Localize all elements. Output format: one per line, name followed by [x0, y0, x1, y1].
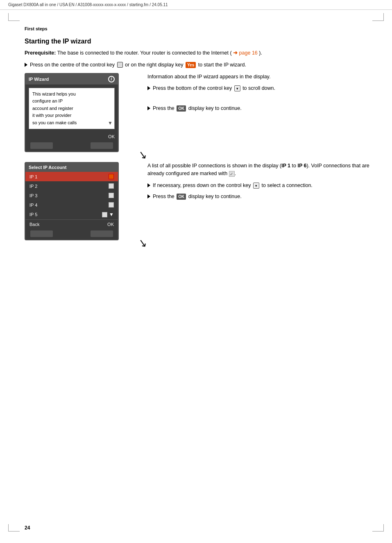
- phone-title-bar-1: IP Wizard i: [25, 74, 118, 84]
- device-desc-row-2: Select IP Account IP 1 IP 2: [25, 162, 380, 240]
- ip-list-scroll: IP 1 IP 2 IP 3: [25, 172, 118, 219]
- prerequisite-line: Prerequisite: The base is connected to t…: [25, 49, 380, 57]
- margin-dash-left-bottom: [8, 531, 20, 532]
- ip-wizard-line-5: so you can make calls: [32, 119, 111, 127]
- ip1-bold: IP 1: [281, 163, 290, 169]
- ip-checkbox-3: [109, 193, 114, 198]
- sidebar-version: Version 4, 16.09.2005: [0, 21, 9, 543]
- cursor-arrow-1: ↙: [137, 148, 148, 162]
- device-mockup-2: Select IP Account IP 1 IP 2: [25, 162, 135, 240]
- desc3-bullet1-text: If necessary, press down on the control …: [153, 182, 313, 189]
- ip-wizard-line-1: This wizard helps you: [32, 91, 111, 98]
- ip-item-1: IP 1: [25, 172, 118, 181]
- checkmark-icon: [229, 171, 235, 177]
- desc3-bullet1: If necessary, press down on the control …: [147, 182, 380, 189]
- ip-item-label-3: IP 3: [29, 193, 37, 198]
- desc2-section: Press the OK display key to continue.: [147, 105, 380, 112]
- desc1-bullet: Press the bottom of the control key to s…: [147, 84, 380, 92]
- margin-dash-left: [8, 21, 20, 21]
- bullet-arrow-1: [25, 63, 27, 67]
- ip-wizard-line-3: account and register: [32, 105, 111, 112]
- desc2-bullet-text: Press the OK display key to continue.: [153, 105, 242, 112]
- ip-item-2: IP 2: [25, 181, 118, 191]
- desc2-bullet-arrow: [147, 106, 150, 110]
- select-ip-bottom: Back OK: [25, 219, 118, 229]
- margin-mark-right: [383, 13, 384, 21]
- bullet1-text: Press on the centre of the control key o…: [30, 61, 246, 69]
- page-header: Gigaset DX800A all in one / USA EN / A31…: [0, 0, 392, 10]
- desc3-bullet2-arrow: [147, 194, 150, 198]
- select-ip-screen: Select IP Account IP 1 IP 2: [25, 162, 119, 240]
- desc1-bullet-arrow: [147, 86, 150, 90]
- ip-wizard-line-4: it with your provider: [32, 112, 111, 119]
- back-label: Back: [29, 222, 39, 227]
- ok-label-1: OK: [108, 134, 115, 139]
- margin-mark-left-bottom: [8, 524, 9, 532]
- desc1-bullet-text: Press the bottom of the control key to s…: [153, 84, 275, 92]
- margin-mark-left: [8, 13, 9, 21]
- desc2-bullet: Press the OK display key to continue.: [147, 105, 380, 112]
- info-icon: i: [108, 76, 115, 82]
- device-desc-row-1: IP Wizard i This wizard helps you config…: [25, 73, 380, 153]
- desc3-bullets: If necessary, press down on the control …: [147, 182, 380, 201]
- device-mockup-1: IP Wizard i This wizard helps you config…: [25, 73, 135, 153]
- scroll-down-arrow: ▼: [108, 119, 113, 127]
- bullet-row-1: Press on the centre of the control key o…: [25, 61, 380, 69]
- page-link[interactable]: page 16: [239, 50, 258, 56]
- ip-wizard-line-2: configure an IP: [32, 98, 111, 105]
- phone-screen-1: IP Wizard i This wizard helps you config…: [25, 73, 119, 153]
- phone-content-1: This wizard helps you configure an IP ac…: [25, 84, 118, 133]
- ip-list-items: IP 1 IP 2 IP 3: [25, 172, 118, 219]
- soft-btn-left-1: [30, 142, 53, 149]
- ip-checkbox-5: [102, 212, 107, 217]
- desc3-text: A list of all possible IP connections is…: [147, 162, 380, 178]
- ip-item-label-5: IP 5: [29, 212, 37, 217]
- ctrl-key-down-icon-2: [253, 183, 259, 189]
- list-scroll-arrow: ▼: [109, 212, 114, 217]
- ip-item-5: IP 5 ▼: [25, 210, 118, 219]
- prerequisite-text: The base is connected to the router. You…: [57, 50, 232, 56]
- cursor-arrow-2: ↙: [137, 236, 148, 250]
- header-text: Gigaset DX800A all in one / USA EN / A31…: [8, 2, 168, 7]
- desc-area-1: Information about the IP wizard appears …: [147, 73, 380, 116]
- center-key-icon: [117, 62, 123, 68]
- phone-ok-bar-1: OK: [25, 132, 118, 141]
- phone-buttons-bar-1: [25, 141, 118, 151]
- ip-ok-label: OK: [107, 222, 114, 227]
- section-heading: First steps: [25, 26, 380, 31]
- soft-btn-left-2: [30, 230, 53, 237]
- ip-item-label-4: IP 4: [29, 203, 37, 208]
- ip-item-label-1: IP 1: [29, 174, 37, 179]
- soft-btn-right-2: [91, 230, 113, 237]
- prerequisite-label: Prerequisite:: [25, 50, 56, 56]
- soft-btn-right-1: [91, 142, 113, 149]
- ip-item-3: IP 3: [25, 191, 118, 200]
- ok-badge-2: OK: [177, 194, 186, 200]
- desc3-bullet2: Press the OK display key to continue.: [147, 193, 380, 201]
- desc1-text: Information about the IP wizard appears …: [147, 73, 380, 81]
- margin-dash-right: [372, 21, 384, 21]
- ip-checkbox-2: [109, 183, 114, 189]
- select-ip-btns: [25, 229, 118, 240]
- phone-text-box-1: This wizard helps you configure an IP ac…: [29, 88, 115, 130]
- desc-area-2: A list of all possible IP connections is…: [147, 162, 380, 203]
- desc3-bullet2-text: Press the OK display key to continue.: [153, 193, 242, 201]
- phone-title-1: IP Wizard: [29, 77, 49, 82]
- prerequisite-end: ).: [259, 50, 262, 56]
- desc3-bullet1-arrow: [147, 183, 150, 187]
- ip-checkbox-4: [109, 202, 114, 208]
- main-content: First steps Starting the IP wizard Prere…: [25, 10, 380, 240]
- yes-badge: Yes: [186, 62, 196, 68]
- margin-mark-right-bottom: [383, 524, 384, 532]
- ip-item-4: IP 4: [25, 200, 118, 210]
- ip-checkbox-1: [109, 174, 114, 179]
- ip-list: IP 1 IP 2 IP 3: [25, 172, 118, 219]
- page-title: Starting the IP wizard: [25, 38, 380, 45]
- ctrl-key-down-icon: [234, 85, 240, 91]
- page-number: 24: [25, 525, 30, 531]
- margin-dash-right-bottom: [372, 531, 384, 532]
- arrow-icon: ➜: [233, 50, 238, 56]
- select-ip-title: Select IP Account: [25, 163, 118, 172]
- ok-badge-1: OK: [177, 105, 186, 112]
- ip-item-label-2: IP 2: [29, 184, 37, 189]
